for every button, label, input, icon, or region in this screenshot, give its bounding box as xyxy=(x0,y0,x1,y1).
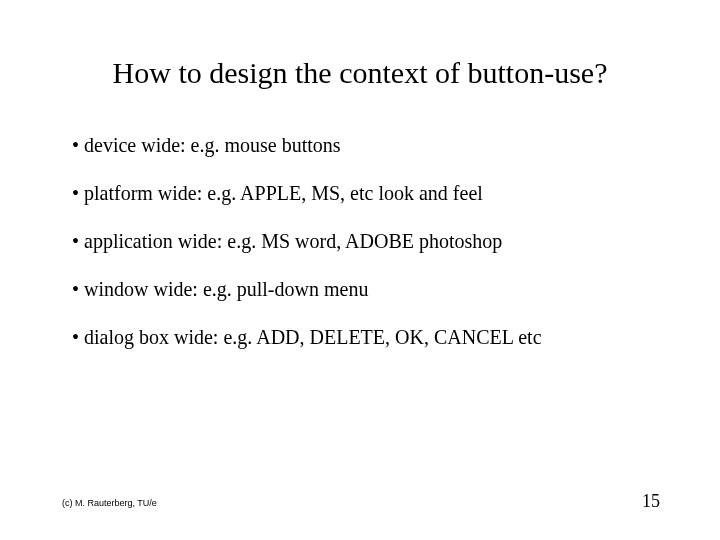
bullet-item: • dialog box wide: e.g. ADD, DELETE, OK,… xyxy=(72,324,660,350)
bullet-item: • application wide: e.g. MS word, ADOBE … xyxy=(72,228,660,254)
bullet-item: • platform wide: e.g. APPLE, MS, etc loo… xyxy=(72,180,660,206)
slide-title: How to design the context of button-use? xyxy=(0,0,720,90)
bullet-list: • device wide: e.g. mouse buttons • plat… xyxy=(0,90,720,350)
bullet-item: • device wide: e.g. mouse buttons xyxy=(72,132,660,158)
footer-copyright: (c) M. Rauterberg, TU/e xyxy=(62,498,157,508)
footer-page-number: 15 xyxy=(642,491,660,512)
bullet-item: • window wide: e.g. pull-down menu xyxy=(72,276,660,302)
